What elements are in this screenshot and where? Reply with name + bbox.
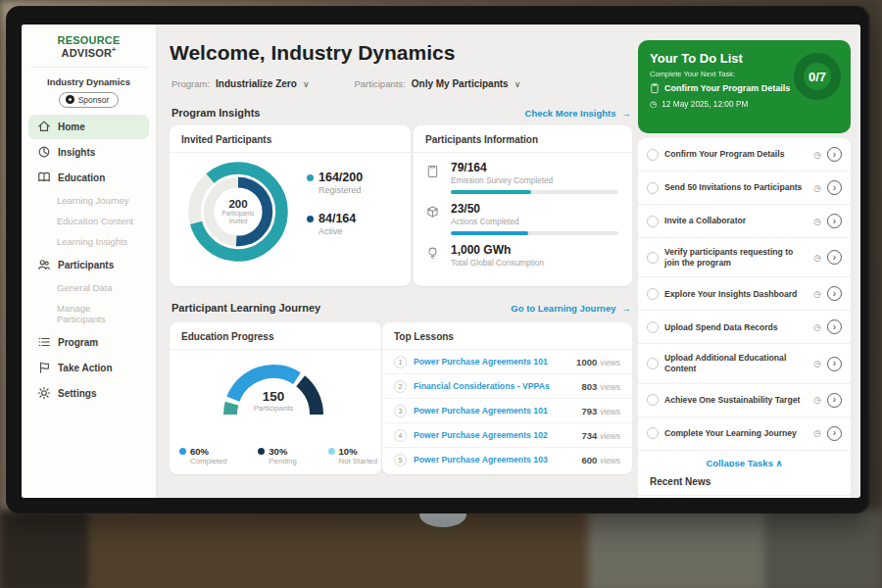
task-checkbox[interactable] <box>647 252 659 264</box>
sidebar-item-label: Manage Participants <box>57 303 141 324</box>
participants-select[interactable]: Participants: Only My Participants ∨ <box>354 78 520 89</box>
lesson-link[interactable]: Power Purchase Agreements 102 <box>414 430 574 440</box>
task-label: Upload Additional Educational Content <box>664 353 808 373</box>
clock-icon: ◷ <box>813 359 821 368</box>
task-label: Complete Your Learning Journey <box>664 428 808 439</box>
check-more-insights-link[interactable]: Check More Insights → <box>525 108 631 119</box>
task-row[interactable]: Send 50 Invitations to Participants ◷ › <box>638 172 851 205</box>
consumption-row: 1,000 GWh Total Global Consumption <box>414 235 632 268</box>
background-shadow <box>0 510 88 588</box>
todo-progress-value: 0/7 <box>808 70 826 84</box>
registered-value: 164/200 <box>318 171 363 184</box>
lesson-link[interactable]: Power Purchase Agreements 103 <box>414 455 574 465</box>
chevron-right-button[interactable]: › <box>827 357 842 371</box>
lesson-link[interactable]: Financial Considerations - VPPAs <box>414 381 574 391</box>
chevron-right-button[interactable]: › <box>827 250 842 265</box>
task-row[interactable]: Explore Your Insights Dashboard ◷ › <box>638 277 851 311</box>
chevron-down-icon: ∨ <box>514 79 521 89</box>
views-suffix: views <box>600 358 620 368</box>
arrow-right-icon: → <box>622 108 632 119</box>
participants-invited-label: Participants <box>222 210 255 218</box>
lesson-link[interactable]: Power Purchase Agreements 101 <box>414 406 574 416</box>
views-count: 803 <box>581 381 597 392</box>
lesson-row[interactable]: 2 Financial Considerations - VPPAs 803vi… <box>382 374 632 399</box>
monitor-bezel: RESOURCE ADVISOR+ Industry Dynamics Spon… <box>6 6 870 514</box>
sidebar-item-label: Home <box>58 122 85 132</box>
sidebar-item-program[interactable]: Program <box>28 330 149 355</box>
page-title: Welcome, Industry Dynamics <box>170 41 455 65</box>
chevron-right-button[interactable]: › <box>827 393 842 408</box>
task-row[interactable]: Invite a Collaborator ◷ › <box>638 205 851 238</box>
next-task-label: Confirm Your Program Details <box>664 83 790 93</box>
completed-dot <box>179 448 186 455</box>
metric-label: Total Global Consumption <box>451 258 618 268</box>
sidebar-item-learning-journey[interactable]: Learning Journey <box>28 191 149 211</box>
brand-sup: + <box>112 46 116 53</box>
task-row[interactable]: Confirm Your Program Details ◷ › <box>638 138 851 172</box>
chevron-right-button[interactable]: › <box>827 319 842 334</box>
active-legend-item: 84/164 Active <box>307 212 363 236</box>
rank-badge: 4 <box>394 429 407 442</box>
sidebar-item-insights[interactable]: Insights <box>28 140 149 165</box>
rank-badge: 2 <box>394 380 407 393</box>
sidebar-item-home[interactable]: Home <box>28 115 149 139</box>
sponsor-badge[interactable]: Sponsor <box>59 92 120 108</box>
sidebar-item-manage-participants[interactable]: Manage Participants <box>28 299 149 329</box>
program-select[interactable]: Program: Industrialize Zero ∨ <box>172 78 309 89</box>
chevron-right-button[interactable]: › <box>827 180 842 195</box>
sidebar-item-settings[interactable]: Settings <box>28 381 149 406</box>
background-panel-dark <box>764 510 882 588</box>
go-to-learning-journey-link[interactable]: Go to Learning Journey → <box>511 303 631 314</box>
task-row[interactable]: Verify participants requesting to join t… <box>638 238 851 277</box>
lesson-row[interactable]: 5 Power Purchase Agreements 103 600views <box>382 448 632 471</box>
sidebar-item-learning-insights[interactable]: Learning Insights <box>28 232 149 252</box>
link-label: Go to Learning Journey <box>511 303 615 314</box>
task-checkbox[interactable] <box>647 358 659 369</box>
chevron-right-button[interactable]: › <box>827 286 842 301</box>
task-checkbox[interactable] <box>647 321 659 333</box>
card-title: Invited Participants <box>170 125 411 153</box>
chevron-right-button[interactable]: › <box>827 426 842 441</box>
participants-information-card: Participants Information 79/164 Emission… <box>414 125 632 286</box>
sidebar-item-education[interactable]: Education <box>28 166 149 190</box>
sidebar-item-take-action[interactable]: Take Action <box>28 356 149 380</box>
sidebar-item-label: Education Content <box>57 216 133 226</box>
program-select-value: Industrialize Zero <box>216 78 297 89</box>
sidebar-item-education-content[interactable]: Education Content <box>28 212 149 231</box>
participants-invited-label: Invited <box>229 218 248 225</box>
clock-icon: ◷ <box>650 99 657 109</box>
chevron-right-button[interactable]: › <box>827 147 842 162</box>
clock-icon: ◷ <box>813 253 821 263</box>
task-row[interactable]: Achieve One Sustainability Target ◷ › <box>638 384 851 417</box>
rank-badge: 3 <box>394 405 407 417</box>
task-checkbox[interactable] <box>647 288 659 300</box>
views-count: 793 <box>581 406 597 416</box>
program-select-label: Program: <box>172 78 210 89</box>
views-suffix: views <box>600 407 620 416</box>
sidebar-item-label: Participants <box>58 260 114 270</box>
task-checkbox[interactable] <box>647 427 659 439</box>
task-checkbox[interactable] <box>647 394 659 406</box>
task-row[interactable]: Complete Your Learning Journey ◷ › <box>638 417 851 451</box>
sidebar-item-participants[interactable]: Participants <box>28 253 149 277</box>
registered-dot <box>307 174 314 181</box>
card-title: Participants Information <box>414 125 632 153</box>
education-progress-card: Education Progress 150 Participants 60% … <box>170 322 381 474</box>
task-row[interactable]: Upload Additional Educational Content ◷ … <box>638 344 851 383</box>
task-row[interactable]: Upload Spend Data Records ◷ › <box>638 311 851 344</box>
lesson-row[interactable]: 4 Power Purchase Agreements 102 734views <box>382 423 632 448</box>
sidebar-item-general-data[interactable]: General Data <box>28 278 149 298</box>
task-checkbox[interactable] <box>647 182 659 194</box>
lesson-row[interactable]: 3 Power Purchase Agreements 101 793views <box>382 399 632 423</box>
sidebar: RESOURCE ADVISOR+ Industry Dynamics Spon… <box>22 24 157 498</box>
participants-icon <box>36 258 51 272</box>
lesson-row[interactable]: 1 Power Purchase Agreements 101 1000view… <box>382 350 632 374</box>
survey-icon <box>426 164 439 180</box>
lesson-link[interactable]: Power Purchase Agreements 101 <box>414 357 569 367</box>
todo-subtitle: Complete Your Next Task: <box>650 70 735 78</box>
task-list: Confirm Your Program Details ◷ › Send 50… <box>638 138 851 476</box>
task-checkbox[interactable] <box>647 149 659 161</box>
chevron-right-button[interactable]: › <box>827 214 842 228</box>
task-checkbox[interactable] <box>647 216 659 227</box>
clipboard-icon <box>650 82 660 94</box>
